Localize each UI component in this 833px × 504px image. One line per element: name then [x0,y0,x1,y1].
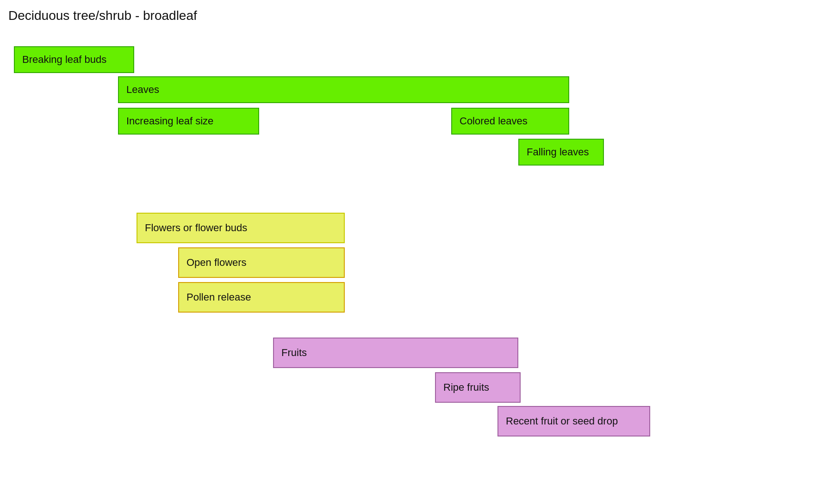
recent-fruit-or-seed-drop-label: Recent fruit or seed drop [506,415,618,427]
increasing-leaf-size-label: Increasing leaf size [126,115,213,127]
breaking-leaf-buds-box: Breaking leaf buds [14,46,134,73]
colored-leaves-label: Colored leaves [460,115,528,127]
increasing-leaf-size-box: Increasing leaf size [118,108,259,135]
page-title: Deciduous tree/shrub - broadleaf [8,8,197,23]
falling-leaves-box: Falling leaves [518,139,604,166]
recent-fruit-or-seed-drop-box: Recent fruit or seed drop [497,406,650,436]
fruits-box: Fruits [273,338,518,368]
pollen-release-label: Pollen release [186,291,251,303]
falling-leaves-label: Falling leaves [527,146,589,158]
leaves-label: Leaves [126,84,159,96]
leaves-box: Leaves [118,76,569,103]
fruits-label: Fruits [281,347,307,359]
breaking-leaf-buds-label: Breaking leaf buds [22,54,106,66]
ripe-fruits-label: Ripe fruits [443,381,489,393]
flowers-or-flower-buds-label: Flowers or flower buds [145,222,247,234]
colored-leaves-box: Colored leaves [451,108,569,135]
open-flowers-box: Open flowers [178,247,345,278]
pollen-release-box: Pollen release [178,282,345,313]
ripe-fruits-box: Ripe fruits [435,372,521,403]
open-flowers-label: Open flowers [186,257,247,269]
flowers-or-flower-buds-box: Flowers or flower buds [137,213,345,243]
